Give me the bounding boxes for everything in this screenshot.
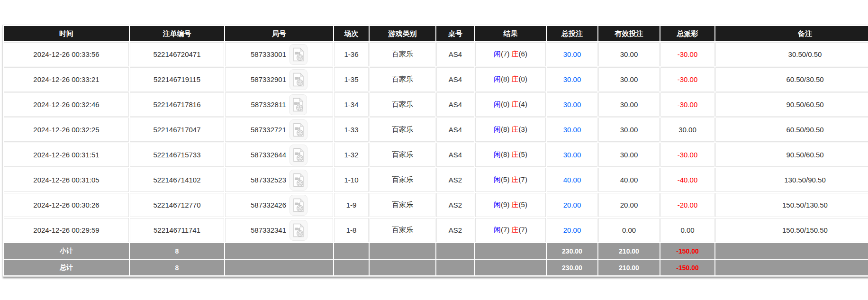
- video-replay-button[interactable]: [289, 119, 307, 140]
- cell-valid-bet: 30.00: [598, 67, 660, 91]
- cell-round-no: 587332901: [225, 67, 333, 91]
- total-count: 8: [130, 260, 224, 275]
- cell-session: 1-34: [334, 92, 369, 117]
- cell-valid-bet: 40.00: [598, 168, 660, 192]
- column-header-order-no: 注单编号: [130, 26, 224, 41]
- column-header-valid-bet: 有效投注: [598, 26, 660, 41]
- cell-result: 闲(8) 庄(3): [475, 118, 546, 142]
- cell-total-bet: 30.00: [547, 143, 597, 167]
- cell-game-type: 百家乐: [370, 92, 435, 117]
- cell-table-no: AS4: [436, 42, 474, 66]
- cell-total-bet: 30.00: [547, 42, 597, 66]
- video-replay-button[interactable]: [289, 220, 307, 241]
- result-banker-label: 庄: [512, 125, 519, 133]
- table-row: 2024-12-26 00:32:25 522146717047 5873327…: [4, 118, 868, 142]
- video-replay-icon: [292, 98, 304, 112]
- video-replay-icon: [293, 173, 304, 187]
- cell-session: 1-35: [334, 67, 369, 91]
- result-banker-label: 庄: [512, 50, 519, 58]
- subtotal-label: 小计: [4, 243, 129, 259]
- video-replay-button[interactable]: [289, 44, 307, 65]
- cell-remark: 30.50/0.50: [715, 42, 868, 66]
- total-payout: -150.00: [660, 260, 714, 275]
- result-banker-score: (3): [519, 125, 527, 133]
- cell-result: 闲(0) 庄(4): [475, 92, 546, 117]
- column-header-table-no: 桌号: [436, 26, 474, 41]
- cell-payout: -30.00: [660, 92, 714, 117]
- video-replay-icon: [293, 198, 304, 212]
- cell-empty: [436, 243, 474, 259]
- result-banker-label: 庄: [512, 226, 519, 234]
- result-banker-score: (5): [519, 150, 527, 158]
- cell-result: 闲(9) 庄(5): [475, 193, 546, 217]
- total-valid-bet: 210.00: [598, 260, 660, 275]
- table-row: 2024-12-26 00:31:05 522146714102 5873325…: [4, 168, 868, 192]
- result-player-score: (9): [501, 200, 509, 209]
- cell-session: 1-33: [334, 118, 369, 142]
- cell-time: 2024-12-26 00:29:59: [4, 218, 129, 242]
- video-replay-button[interactable]: [289, 94, 307, 115]
- round-number: 587332811: [251, 100, 286, 109]
- result-player-score: (8): [501, 150, 509, 158]
- result-player-score: (0): [501, 100, 509, 108]
- video-replay-icon: [293, 148, 304, 162]
- cell-round-no: 587332811: [225, 92, 333, 117]
- cell-round-no: 587332341: [225, 218, 333, 242]
- total-row: 总计 8 230.00 210.00 -150.00: [4, 260, 868, 275]
- video-replay-button[interactable]: [289, 69, 307, 90]
- column-header-total-bet: 总投注: [547, 26, 597, 41]
- cell-time: 2024-12-26 00:31:05: [4, 168, 129, 192]
- video-replay-button[interactable]: [289, 195, 307, 216]
- result-player-label: 闲: [494, 125, 501, 133]
- subtotal-total-bet: 230.00: [547, 243, 597, 259]
- cell-game-type: 百家乐: [370, 143, 435, 167]
- column-header-game-type: 游戏类别: [370, 26, 435, 41]
- subtotal-row: 小计 8 230.00 210.00 -150.00: [4, 243, 868, 259]
- video-replay-button[interactable]: [289, 170, 307, 191]
- cell-payout: -30.00: [660, 143, 714, 167]
- column-header-time: 时间: [4, 26, 129, 41]
- cell-payout: 0.00: [660, 218, 714, 242]
- cell-round-no: 587332523: [225, 168, 333, 192]
- cell-time: 2024-12-26 00:33:21: [4, 67, 129, 91]
- video-replay-icon: [293, 47, 304, 62]
- round-number: 587332523: [251, 176, 286, 184]
- cell-remark: 130.50/90.50: [715, 168, 868, 192]
- column-header-total-payout: 总派彩: [660, 26, 714, 41]
- cell-remark: 150.50/130.50: [715, 193, 868, 217]
- cell-game-type: 百家乐: [370, 67, 435, 91]
- cell-total-bet: 30.00: [547, 92, 597, 117]
- table-row: 2024-12-26 00:32:46 522146717816 5873328…: [4, 92, 868, 117]
- cell-game-type: 百家乐: [370, 118, 435, 142]
- result-banker-label: 庄: [512, 150, 519, 158]
- result-banker-label: 庄: [512, 75, 519, 83]
- result-player-score: (7): [501, 50, 509, 58]
- cell-order-no: 522146715733: [130, 143, 224, 167]
- cell-order-no: 522146717816: [130, 92, 224, 117]
- video-replay-icon: [293, 123, 304, 137]
- video-replay-icon: [293, 73, 304, 87]
- cell-session: 1-9: [334, 193, 369, 217]
- round-number: 587332721: [251, 126, 286, 134]
- round-number: 587332644: [251, 151, 286, 159]
- cell-result: 闲(7) 庄(7): [475, 218, 546, 242]
- cell-empty: [715, 243, 868, 259]
- subtotal-count: 8: [130, 243, 224, 259]
- cell-table-no: AS4: [436, 143, 474, 167]
- cell-payout: 30.00: [660, 118, 714, 142]
- video-replay-button[interactable]: [289, 145, 307, 165]
- cell-total-bet: 40.00: [547, 168, 597, 192]
- cell-game-type: 百家乐: [370, 42, 435, 66]
- column-header-round-no: 局号: [225, 26, 333, 41]
- cell-empty: [225, 260, 333, 275]
- cell-order-no: 522146717047: [130, 118, 224, 142]
- cell-table-no: AS2: [436, 168, 474, 192]
- round-number: 587332901: [251, 75, 286, 83]
- cell-game-type: 百家乐: [370, 193, 435, 217]
- cell-remark: 150.50/150.50: [715, 218, 868, 242]
- result-banker-label: 庄: [512, 175, 519, 183]
- cell-remark: 90.50/60.50: [715, 143, 868, 167]
- cell-round-no: 587332644: [225, 143, 333, 167]
- cell-empty: [475, 243, 546, 259]
- cell-empty: [334, 260, 369, 275]
